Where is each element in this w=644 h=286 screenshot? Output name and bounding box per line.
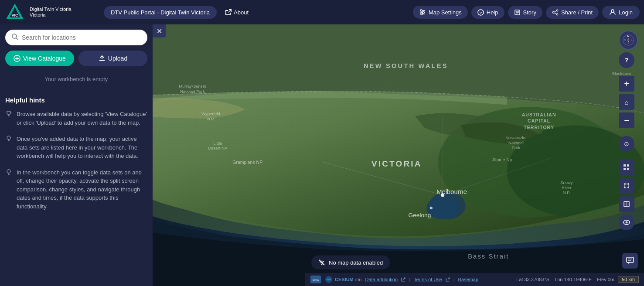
svg-line-18 (554, 11, 557, 12)
map-area[interactable]: NEW SOUTH WALES AUSTRALIAN CAPITAL TERRI… (153, 24, 644, 286)
layers-button[interactable] (619, 160, 634, 175)
lon-label: Lon 140.19406°E (555, 277, 592, 282)
svg-text:Geelong: Geelong (409, 212, 431, 218)
app-title: Digital Twin Victoria Victoria (30, 7, 72, 18)
map-settings-button[interactable]: Map Settings (413, 6, 468, 19)
compass-button[interactable]: N S E W (619, 31, 638, 50)
svg-text:N.P.: N.P. (207, 116, 215, 121)
svg-point-38 (7, 170, 10, 173)
compass-icon: N S E W (622, 34, 634, 46)
help-circle-icon: ? (477, 9, 484, 16)
help-map-button[interactable]: ? (619, 52, 634, 68)
measure-button[interactable] (619, 178, 634, 194)
no-data-label: No map data enabled (329, 259, 383, 266)
login-button[interactable]: Login (602, 6, 640, 19)
hint-item-3: In the workbench you can toggle data set… (5, 168, 147, 211)
lat-label: Lat 33.37083°S (516, 277, 549, 282)
svg-text:VIC: VIC (11, 13, 18, 17)
svg-point-90 (624, 187, 626, 188)
hint-item-2: Once you've added data to the map, your … (5, 135, 147, 160)
svg-text:River: River (562, 185, 571, 190)
terna-logo: terna (310, 276, 321, 283)
cesium-logo-group: CESIUM ion (324, 276, 361, 283)
plus-circle-icon (14, 55, 20, 62)
svg-line-19 (554, 13, 557, 14)
svg-point-87 (624, 183, 626, 185)
footer-bar: terna CESIUM ion Data attribution | Term… (305, 273, 644, 286)
svg-point-8 (421, 13, 423, 15)
svg-line-22 (16, 38, 18, 40)
svg-text:National: National (508, 140, 524, 145)
search-box (5, 30, 147, 45)
cesium-globe-icon (324, 276, 333, 283)
search-icon (11, 33, 18, 42)
home-button[interactable]: ⌂ (619, 94, 634, 110)
upload-label: Upload (108, 55, 127, 62)
svg-point-88 (627, 183, 629, 185)
lon-value: 140.19406°E (564, 277, 592, 282)
external-link-icon (225, 9, 232, 15)
story-icon (514, 9, 521, 16)
sidebar: View Catalogue Upload Your workbench is … (0, 24, 153, 286)
terms-of-use-link[interactable]: Terms of Use (414, 277, 442, 282)
svg-point-35 (7, 136, 10, 140)
svg-point-6 (420, 10, 422, 11)
clip-button[interactable] (619, 196, 634, 212)
measure-icon (623, 182, 630, 190)
close-sidebar-button[interactable]: ✕ (153, 24, 166, 37)
ion-label: ion (355, 277, 362, 282)
topbar: VIC Digital Twin Victoria Victoria DTV P… (0, 0, 644, 24)
no-map-data-badge: No map data enabled (311, 255, 390, 269)
zoom-out-button[interactable]: − (619, 112, 634, 128)
map-controls: N S E W ? + ⌂ − ⊙ (619, 31, 638, 230)
view-catalogue-button[interactable]: View Catalogue (5, 51, 74, 66)
help-label: Help (487, 9, 498, 16)
share-print-button[interactable]: Share / Print (546, 6, 599, 19)
about-label: About (234, 9, 249, 16)
scale-bar: 50 km (618, 276, 639, 283)
svg-point-21 (12, 34, 17, 38)
svg-text:Melbourne: Melbourne (436, 188, 467, 195)
chat-button[interactable] (622, 253, 638, 269)
about-button[interactable]: About (220, 6, 254, 19)
svg-text:Alpine Np: Alpine Np (492, 157, 512, 162)
hint-bulb-icon-3 (5, 169, 12, 177)
help-button[interactable]: ? Help (471, 6, 504, 19)
login-label: Login (619, 9, 633, 16)
svg-point-48 (430, 207, 433, 209)
elev-label: Elev 0m (597, 277, 614, 282)
upload-button[interactable]: Upload (78, 51, 147, 66)
search-input[interactable] (22, 34, 141, 41)
cesium-label: CESIUM (335, 277, 354, 282)
eye-icon (623, 218, 630, 226)
attribution-link[interactable]: Data attribution (365, 277, 398, 282)
svg-text:VICTORIA: VICTORIA (371, 159, 422, 168)
svg-point-91 (627, 187, 629, 188)
svg-text:Murray-Sunset: Murray-Sunset (179, 84, 206, 89)
svg-point-16 (552, 11, 554, 13)
svg-point-96 (626, 221, 628, 224)
story-button[interactable]: Story (508, 6, 542, 19)
elev-value: 0m (608, 277, 614, 282)
hint-item-1: Browse available data by selecting 'View… (5, 110, 147, 127)
hint-bulb-icon-2 (5, 135, 12, 144)
zoom-in-button[interactable]: + (619, 76, 634, 92)
hint-text-1: Browse available data by selecting 'View… (17, 110, 147, 127)
svg-text:Grampians NP: Grampians NP (232, 160, 262, 165)
basemap-link[interactable]: Basemap (458, 277, 478, 282)
locate-button[interactable]: ⊙ (619, 136, 634, 152)
portal-button[interactable]: DTV Public Portal - Digital Twin Victori… (104, 6, 217, 19)
svg-text:N: N (627, 35, 629, 37)
eye-button[interactable] (619, 214, 634, 230)
logo-icon: VIC (4, 2, 25, 23)
svg-line-32 (10, 111, 11, 112)
map-settings-label: Map Settings (429, 9, 462, 16)
layers-icon (623, 163, 630, 171)
hint-text-3: In the workbench you can toggle data set… (17, 168, 147, 211)
svg-text:?: ? (480, 10, 482, 15)
svg-point-7 (423, 11, 424, 13)
svg-text:Desert NP: Desert NP (208, 146, 227, 150)
app-title-line1: Digital Twin Victoria (30, 7, 72, 12)
svg-text:Kosciuszko: Kosciuszko (506, 135, 527, 140)
svg-rect-86 (627, 168, 629, 170)
